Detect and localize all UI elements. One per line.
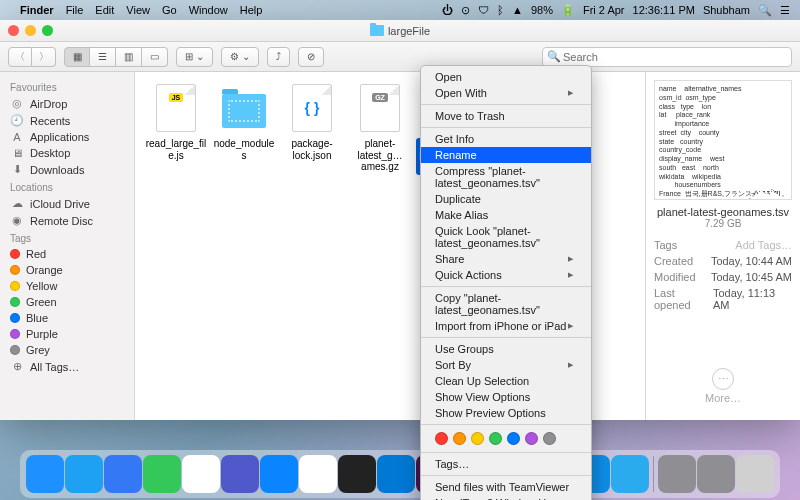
dock-app-finder[interactable] — [26, 455, 64, 493]
preview-more[interactable]: ⋯ More… — [654, 360, 792, 412]
sidebar-item-airdrop[interactable]: ◎AirDrop — [0, 95, 134, 112]
titlebar[interactable]: largeFile — [0, 20, 800, 42]
dock-app-teams[interactable] — [221, 455, 259, 493]
sidebar-item-blue[interactable]: Blue — [0, 310, 134, 326]
app-name[interactable]: Finder — [20, 4, 54, 16]
tags-button[interactable]: ⊘ — [298, 47, 324, 67]
context-item-label: Move to Trash — [435, 110, 505, 122]
group-button[interactable]: ⊞ ⌄ — [176, 47, 213, 67]
dock-trash[interactable] — [736, 455, 774, 493]
wifi-icon[interactable]: ▲ — [512, 4, 523, 16]
tag-color[interactable] — [435, 432, 448, 445]
column-view-button[interactable]: ▥ — [116, 47, 142, 67]
context-item[interactable]: New iTerm2 Window Here — [421, 495, 591, 500]
dock-app-telegram[interactable] — [611, 455, 649, 493]
dock-app-photos[interactable] — [182, 455, 220, 493]
sidebar-item-recents[interactable]: 🕘Recents — [0, 112, 134, 129]
sidebar-item-applications[interactable]: AApplications — [0, 129, 134, 145]
context-item[interactable]: Quick Look "planet-latest_geonames.tsv" — [421, 223, 591, 251]
tag-color[interactable] — [507, 432, 520, 445]
tag-color[interactable] — [471, 432, 484, 445]
battery-percent[interactable]: 98% — [531, 4, 553, 16]
gallery-view-button[interactable]: ▭ — [142, 47, 168, 67]
context-item[interactable]: Make Alias — [421, 207, 591, 223]
file-item[interactable]: JSread_large_file.js — [143, 82, 209, 175]
dock-app-safari[interactable] — [65, 455, 103, 493]
context-item[interactable]: Duplicate — [421, 191, 591, 207]
status-icon[interactable]: ⊙ — [461, 4, 470, 17]
context-item[interactable]: Import from iPhone or iPad — [421, 318, 591, 334]
context-item[interactable]: Open — [421, 69, 591, 85]
context-item[interactable]: Clean Up Selection — [421, 373, 591, 389]
zoom-button[interactable] — [42, 25, 53, 36]
status-icon[interactable]: ⏻ — [442, 4, 453, 16]
date[interactable]: Fri 2 Apr — [583, 4, 625, 16]
icloud-icon: ☁ — [10, 197, 24, 210]
menu-view[interactable]: View — [126, 4, 150, 16]
sidebar-item-downloads[interactable]: ⬇Downloads — [0, 161, 134, 178]
username[interactable]: Shubham — [703, 4, 750, 16]
meta-key: Created — [654, 255, 693, 267]
context-item[interactable]: Rename — [421, 147, 591, 163]
tag-color[interactable] — [543, 432, 556, 445]
context-item[interactable]: Tags… — [421, 456, 591, 472]
tag-color[interactable] — [489, 432, 502, 445]
dock-app-chrome[interactable] — [299, 455, 337, 493]
dock-app-terminal[interactable] — [338, 455, 376, 493]
menu-help[interactable]: Help — [240, 4, 263, 16]
sidebar-item-icloud-drive[interactable]: ☁iCloud Drive — [0, 195, 134, 212]
context-item[interactable]: Get Info — [421, 131, 591, 147]
sidebar-item-desktop[interactable]: 🖥Desktop — [0, 145, 134, 161]
meta-value[interactable]: Add Tags… — [735, 239, 792, 251]
context-item[interactable]: Compress "planet-latest_geonames.tsv" — [421, 163, 591, 191]
sidebar-item-remote-disc[interactable]: ◉Remote Disc — [0, 212, 134, 229]
dock-downloads[interactable] — [697, 455, 735, 493]
sidebar-item-green[interactable]: Green — [0, 294, 134, 310]
sidebar-item-grey[interactable]: Grey — [0, 342, 134, 358]
spotlight-icon[interactable]: 🔍 — [758, 4, 772, 17]
close-button[interactable] — [8, 25, 19, 36]
tag-color[interactable] — [453, 432, 466, 445]
battery-icon[interactable]: 🔋 — [561, 4, 575, 17]
dock-app-mail[interactable] — [104, 455, 142, 493]
icon-view-button[interactable]: ▦ — [64, 47, 90, 67]
file-item[interactable]: { }package-lock.json — [279, 82, 345, 175]
dock-launchpad[interactable] — [658, 455, 696, 493]
menu-go[interactable]: Go — [162, 4, 177, 16]
sidebar-item-yellow[interactable]: Yellow — [0, 278, 134, 294]
sidebar-item-orange[interactable]: Orange — [0, 262, 134, 278]
context-item[interactable]: Copy "planet-latest_geonames.tsv" — [421, 290, 591, 318]
action-button[interactable]: ⚙ ⌄ — [221, 47, 259, 67]
menu-window[interactable]: Window — [189, 4, 228, 16]
status-icon[interactable]: 🛡 — [478, 4, 489, 16]
dock-app-vscode[interactable] — [377, 455, 415, 493]
menu-edit[interactable]: Edit — [95, 4, 114, 16]
file-item[interactable]: GZplanet-latest_g…ames.gz — [347, 82, 413, 175]
context-item[interactable]: Move to Trash — [421, 108, 591, 124]
back-button[interactable]: 〈 — [8, 47, 32, 67]
file-item[interactable]: node_modules — [211, 82, 277, 175]
search-input[interactable] — [542, 47, 792, 67]
tag-color[interactable] — [525, 432, 538, 445]
list-view-button[interactable]: ☰ — [90, 47, 116, 67]
share-button[interactable]: ⤴ — [267, 47, 290, 67]
forward-button[interactable]: 〉 — [32, 47, 56, 67]
dock-app-appstore[interactable] — [260, 455, 298, 493]
context-item[interactable]: Quick Actions — [421, 267, 591, 283]
clock[interactable]: 12:36:11 PM — [633, 4, 695, 16]
context-item[interactable]: Share — [421, 251, 591, 267]
context-item[interactable]: Use Groups — [421, 341, 591, 357]
context-item[interactable]: Show View Options — [421, 389, 591, 405]
context-item[interactable]: Open With — [421, 85, 591, 101]
context-item[interactable]: Send files with TeamViewer — [421, 479, 591, 495]
dock-app-maps[interactable] — [143, 455, 181, 493]
bluetooth-icon[interactable]: ᛒ — [497, 4, 504, 16]
notifications-icon[interactable]: ☰ — [780, 4, 790, 17]
context-item[interactable]: Sort By — [421, 357, 591, 373]
sidebar-item-all-tags-[interactable]: ⊕All Tags… — [0, 358, 134, 375]
sidebar-item-red[interactable]: Red — [0, 246, 134, 262]
context-item[interactable]: Show Preview Options — [421, 405, 591, 421]
sidebar-item-purple[interactable]: Purple — [0, 326, 134, 342]
menu-file[interactable]: File — [66, 4, 84, 16]
minimize-button[interactable] — [25, 25, 36, 36]
